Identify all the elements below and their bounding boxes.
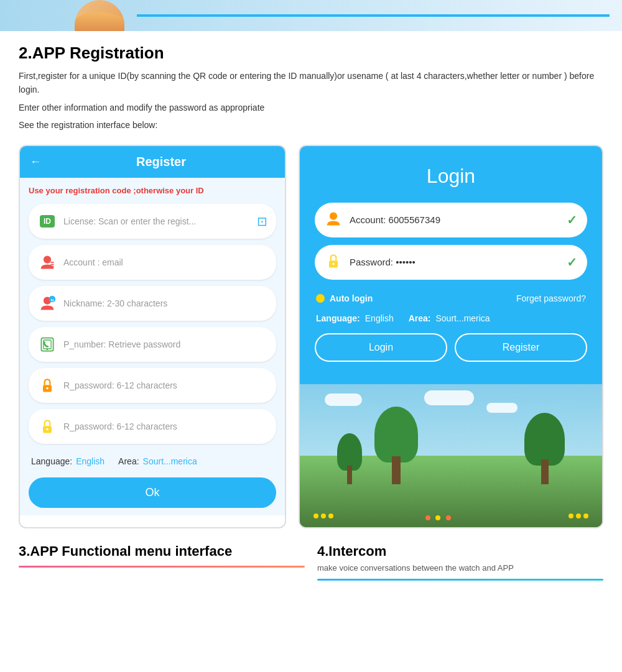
- lock-orange-icon-svg: [39, 377, 56, 394]
- login-lang-value[interactable]: English: [365, 313, 394, 323]
- user-n-icon: N: [37, 293, 57, 313]
- register-lang-row: Language: English Area: Sourt...merica: [29, 450, 276, 472]
- phone-green-icon: [39, 336, 56, 353]
- login-password-field[interactable]: Password: •••••• ✓: [315, 245, 587, 280]
- login-screen: Login Account: 6005567349 ✓: [299, 145, 603, 528]
- section3-block: 3.APP Functional menu interface: [19, 543, 305, 581]
- nature-background: [300, 384, 602, 527]
- phone-icon: [37, 334, 57, 354]
- rpassword1-text: R_password: 6-12 characters: [63, 380, 267, 390]
- login-buttons-row: Login Register: [315, 333, 587, 362]
- area-value[interactable]: Sourt...merica: [143, 456, 197, 466]
- forget-password-link[interactable]: Forget password?: [516, 293, 586, 303]
- section4-desc: make voice conversations between the wat…: [317, 563, 603, 573]
- svg-point-0: [44, 255, 51, 263]
- cloud-1: [325, 394, 362, 406]
- tree-3: [524, 413, 565, 484]
- svg-point-12: [46, 428, 49, 430]
- ok-button[interactable]: Ok: [29, 477, 276, 508]
- account-text: Account : email: [63, 257, 267, 267]
- user-icon: [37, 252, 57, 272]
- login-user-icon-svg: [325, 210, 342, 228]
- rpassword2-text: R_password: 6-12 characters: [63, 421, 267, 431]
- login-area-value[interactable]: Sourt...merica: [436, 313, 490, 323]
- auto-login-row: Auto login Forget password?: [315, 287, 587, 310]
- auto-login-dot: [316, 294, 325, 303]
- flowers-left: [312, 511, 335, 522]
- account-field[interactable]: Account : email: [29, 245, 276, 280]
- login-title: Login: [315, 165, 587, 188]
- login-user-icon: [325, 210, 342, 230]
- login-lock-icon: [325, 252, 342, 272]
- login-lang-row: Language: English Area: Sourt...merica: [315, 310, 587, 333]
- login-account-field[interactable]: Account: 6005567349 ✓: [315, 203, 587, 237]
- lang-value[interactable]: English: [76, 456, 104, 466]
- svg-text:N: N: [51, 297, 53, 301]
- id-icon: ID: [37, 211, 57, 231]
- section2-title: 2.APP Registration: [19, 44, 603, 63]
- section2-desc1: First,register for a unique ID(by scanni…: [19, 69, 603, 97]
- nickname-text: Nickname: 2-30 characters: [63, 298, 267, 308]
- svg-point-8: [47, 348, 49, 350]
- nickname-field[interactable]: N Nickname: 2-30 characters: [29, 286, 276, 321]
- section4-divider: [317, 579, 603, 581]
- top-image-bar: [0, 0, 622, 31]
- section3-divider: [19, 566, 305, 568]
- phone-field[interactable]: P_number: Retrieve password: [29, 327, 276, 362]
- license-text: License: Scan or enter the regist...: [63, 216, 251, 226]
- bottom-section: 3.APP Functional menu interface 4.Interc…: [19, 543, 603, 593]
- tree-2: [374, 407, 418, 484]
- cloud-3: [486, 403, 518, 413]
- register-header: ← Register: [20, 146, 285, 178]
- lock-orange-icon: [37, 375, 57, 395]
- register-screen: ← Register Use your registration code ;o…: [19, 145, 286, 528]
- login-password-text: Password: ••••••: [350, 257, 559, 267]
- back-arrow-icon[interactable]: ←: [30, 155, 41, 168]
- warning-text: Use your registration code ;otherwise yo…: [29, 185, 276, 196]
- scan-icon[interactable]: ⊡: [257, 214, 267, 229]
- lang-label: Language:: [31, 456, 72, 466]
- pnumber-text: P_number: Retrieve password: [63, 339, 267, 349]
- svg-point-13: [330, 212, 337, 219]
- rpassword2-field[interactable]: R_password: 6-12 characters: [29, 409, 276, 444]
- cloud-2: [424, 390, 474, 405]
- section2-desc2: Enter other information and modify the p…: [19, 101, 603, 114]
- section4-block: 4.Intercom make voice conversations betw…: [317, 543, 603, 581]
- flowers-right: [567, 511, 590, 522]
- password-check-icon: ✓: [567, 255, 577, 270]
- auto-login-label: Auto login: [330, 293, 373, 303]
- auto-login-left[interactable]: Auto login: [316, 293, 373, 303]
- user-red-icon: [39, 254, 56, 271]
- login-account-text: Account: 6005567349: [350, 214, 559, 225]
- area-label: Area:: [118, 456, 139, 466]
- flowers-center: [424, 513, 452, 524]
- lock-yellow-icon-svg: [39, 418, 56, 435]
- account-check-icon: ✓: [567, 213, 577, 228]
- lock-yellow-icon: [37, 417, 57, 436]
- register-title: Register: [47, 155, 275, 169]
- rpassword1-field[interactable]: R_password: 6-12 characters: [29, 368, 276, 403]
- login-bg: Login Account: 6005567349 ✓: [300, 146, 602, 384]
- login-area-label: Area:: [409, 313, 431, 323]
- svg-point-15: [332, 262, 335, 265]
- tree-1: [337, 433, 362, 484]
- content-area: 2.APP Registration First,register for a …: [0, 31, 622, 605]
- screenshots-row: ← Register Use your registration code ;o…: [19, 145, 603, 528]
- license-field[interactable]: ID License: Scan or enter the regist... …: [29, 204, 276, 239]
- login-lang-label: Language:: [316, 313, 360, 323]
- section3-title: 3.APP Functional menu interface: [19, 543, 305, 559]
- svg-point-10: [46, 387, 49, 389]
- register-button[interactable]: Register: [455, 333, 587, 362]
- user-n-icon-svg: N: [39, 295, 56, 312]
- login-lock-icon-svg: [325, 252, 342, 270]
- section2-desc3: See the registration interface below:: [19, 118, 603, 132]
- login-button[interactable]: Login: [315, 333, 447, 362]
- section4-title: 4.Intercom: [317, 543, 603, 559]
- register-body: Use your registration code ;otherwise yo…: [20, 178, 285, 515]
